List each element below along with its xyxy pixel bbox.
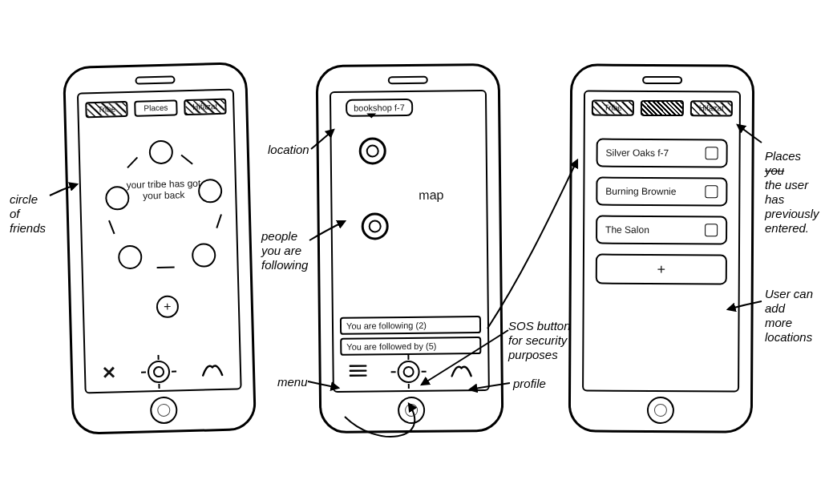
place-row[interactable]: The Salon — [596, 216, 727, 245]
tab-places[interactable]: Places — [134, 99, 177, 116]
phone-speaker — [642, 76, 682, 84]
phone-map: bookshop f-7 map You are following (2) Y… — [316, 63, 504, 433]
add-location-button[interactable]: + — [596, 254, 727, 285]
annotation-people-following: people you are following — [261, 229, 308, 272]
annotation-profile: profile — [513, 377, 546, 391]
bottom-nav: ✕ — [86, 356, 241, 387]
friend-dash — [108, 220, 115, 234]
place-type-icon — [705, 185, 718, 198]
tab-tribe[interactable]: Tribe — [592, 100, 634, 116]
tab-tribe[interactable]: Tribe — [85, 101, 128, 118]
tab-hifazat[interactable]: Hifazat — [184, 99, 227, 115]
profile-icon[interactable] — [450, 361, 472, 381]
followed-by-count-row[interactable]: You are followed by (5) — [340, 337, 481, 356]
home-button[interactable] — [647, 397, 674, 424]
place-type-icon — [705, 224, 718, 236]
sos-icon[interactable] — [148, 361, 171, 384]
friend-dot[interactable] — [118, 245, 143, 270]
annotation-location: location — [268, 143, 309, 157]
map-person-icon[interactable] — [359, 137, 386, 164]
map-person-icon[interactable] — [362, 212, 389, 240]
phone-screen-tribe: Tribe Places Hifazat your tribe has got … — [77, 89, 242, 394]
tab-row: Tribe Places Hifazat — [79, 91, 233, 123]
place-row[interactable]: Silver Oaks f-7 — [596, 139, 728, 168]
friend-dot[interactable] — [148, 140, 173, 165]
place-name: The Salon — [605, 224, 649, 236]
friend-dot[interactable] — [192, 243, 216, 268]
annotation-circle-of-friends: circle of friends — [10, 192, 46, 236]
add-friend-button[interactable]: + — [156, 295, 180, 318]
annotation-places-entered: Places you the user has previously enter… — [765, 135, 829, 236]
tribe-center-text: your tribe has got your back — [119, 177, 208, 202]
place-type-icon — [706, 147, 718, 159]
sos-icon[interactable] — [397, 361, 419, 383]
home-button[interactable] — [150, 396, 178, 424]
phone-screen-map: bookshop f-7 map You are following (2) Y… — [330, 90, 490, 393]
place-name: Silver Oaks f-7 — [606, 147, 669, 159]
close-icon[interactable]: ✕ — [101, 362, 116, 383]
tab-hifazat[interactable]: Hifazat — [690, 100, 733, 116]
location-callout[interactable]: bookshop f-7 — [346, 99, 413, 117]
friend-dash — [127, 157, 138, 168]
bottom-nav — [334, 357, 487, 386]
friend-dash — [157, 267, 175, 269]
home-button[interactable] — [398, 397, 425, 424]
place-name: Burning Brownie — [605, 186, 676, 197]
place-row[interactable]: Burning Brownie — [596, 177, 727, 207]
friend-dash — [216, 214, 222, 228]
tab-places[interactable]: Places — [641, 100, 683, 116]
tab-row: Tribe Places Hifazat — [585, 92, 739, 122]
friend-dash — [180, 155, 192, 165]
phone-speaker — [388, 76, 428, 85]
phone-places: Tribe Places Hifazat Silver Oaks f-7 Bur… — [568, 63, 754, 433]
phone-speaker — [135, 75, 175, 84]
map-label: map — [419, 188, 443, 203]
profile-icon[interactable] — [201, 361, 224, 381]
annotation-user-can-add: User can add more locations — [765, 287, 829, 345]
phone-screen-places: Tribe Places Hifazat Silver Oaks f-7 Bur… — [582, 90, 741, 392]
annotation-menu: menu — [277, 375, 308, 389]
menu-icon[interactable] — [350, 365, 367, 381]
following-count-row[interactable]: You are following (2) — [340, 316, 481, 335]
annotation-sos: SOS button for security purposes — [508, 319, 571, 362]
phone-tribe: Tribe Places Hifazat your tribe has got … — [63, 62, 257, 435]
